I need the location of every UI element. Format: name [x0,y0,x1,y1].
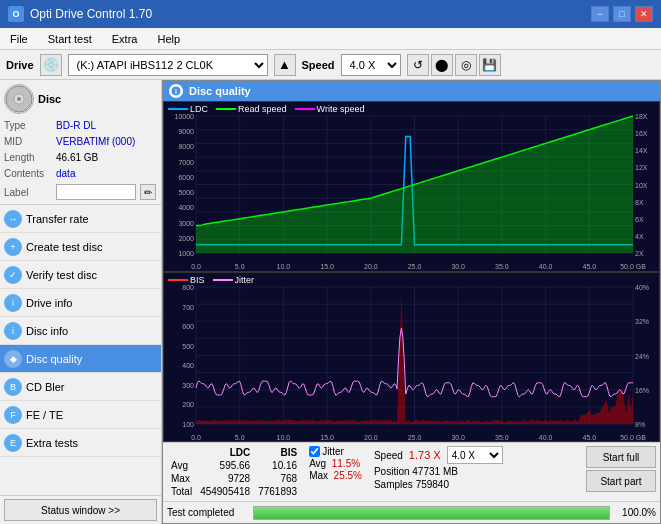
position-label: Position [374,466,410,477]
bis-legend: BIS [168,275,205,285]
status-bar: Status window >> [0,495,161,524]
read-speed-legend: Read speed [216,104,287,114]
jitter-label: Jitter [235,275,255,285]
bis-color [168,279,188,281]
sidebar-item-cd-bler[interactable]: B CD Bler [0,373,161,401]
total-label: Total [167,485,196,498]
speed-value: 1.73 X [409,449,441,461]
menu-file[interactable]: File [4,31,34,47]
close-button[interactable]: ✕ [635,6,653,22]
sidebar-item-drive-info[interactable]: i Drive info [0,289,161,317]
jitter-checkbox-row: Jitter [309,446,362,457]
length-value: 46.61 GB [56,150,98,166]
start-full-button[interactable]: Start full [586,446,656,468]
avg-label: Avg [167,459,196,472]
cd-bler-icon: B [4,378,22,396]
quality-header-icon: i [169,84,183,98]
upper-chart-legend: LDC Read speed Write speed [168,104,364,114]
sidebar: Disc Type BD-R DL MID VERBATIMf (000) Le… [0,80,162,524]
drive-arrow-icon[interactable]: ▲ [274,54,296,76]
svg-point-2 [17,97,21,101]
verify-test-icon: ✓ [4,266,22,284]
sidebar-item-label: Create test disc [26,241,102,253]
main-area: Disc Type BD-R DL MID VERBATIMf (000) Le… [0,80,661,524]
sidebar-item-extra-tests[interactable]: E Extra tests [0,429,161,457]
jitter-checkbox[interactable] [309,446,320,457]
sidebar-item-label: Drive info [26,297,72,309]
upper-chart-canvas [164,102,659,271]
read-speed-label: Read speed [238,104,287,114]
menu-bar: File Start test Extra Help [0,28,661,50]
label-input[interactable] [56,184,136,200]
quality-header: i Disc quality [163,81,660,101]
jitter-max-row: Max 25.5% [309,470,362,481]
bis-label: BIS [190,275,205,285]
jitter-avg: 11.5% [332,458,360,469]
stats-row-avg: Avg 595.66 10.16 [167,459,301,472]
speed-select2[interactable]: 4.0 X [447,446,503,464]
sidebar-item-disc-quality[interactable]: ◆ Disc quality [0,345,161,373]
stats-row-total: Total 454905418 7761893 [167,485,301,498]
jitter-max: 25.5% [334,470,362,481]
col-header-ldc: LDC [196,446,254,459]
write-speed-label: Write speed [317,104,365,114]
maximize-button[interactable]: □ [613,6,631,22]
save-button[interactable]: 💾 [479,54,501,76]
ldc-label: LDC [190,104,208,114]
contents-label: Contents [4,166,52,182]
sidebar-item-create-test-disc[interactable]: + Create test disc [0,233,161,261]
upper-chart: LDC Read speed Write speed [163,101,660,272]
drive-bar: Drive 💿 (K:) ATAPI iHBS112 2 CL0K ▲ Spee… [0,50,661,80]
status-window-button[interactable]: Status window >> [4,499,157,521]
speed-label: Speed [302,59,335,71]
erase-button[interactable]: ◎ [455,54,477,76]
total-bis: 7761893 [254,485,301,498]
read-speed-color [216,108,236,110]
app-title: Opti Drive Control 1.70 [30,7,152,21]
speed-label: Speed [374,450,403,461]
menu-start-test[interactable]: Start test [42,31,98,47]
start-part-button[interactable]: Start part [586,470,656,492]
drive-select[interactable]: (K:) ATAPI iHBS112 2 CL0K [68,54,268,76]
extra-tests-icon: E [4,434,22,452]
svg-text:i: i [175,88,177,95]
avg-bis: 10.16 [254,459,301,472]
lower-chart: BIS Jitter [163,272,660,443]
drive-eject-icon[interactable]: 💿 [40,54,62,76]
length-label: Length [4,150,52,166]
disc-info-icon: i [4,322,22,340]
samples-label: Samples [374,479,413,490]
record-button[interactable]: ⬤ [431,54,453,76]
write-speed-color [295,108,315,110]
refresh-button[interactable]: ↺ [407,54,429,76]
progress-area: Test completed 100.0% [163,501,660,523]
max-bis: 768 [254,472,301,485]
type-label: Type [4,118,52,134]
app-icon: O [8,6,24,22]
write-speed-legend: Write speed [295,104,365,114]
ldc-legend: LDC [168,104,208,114]
sidebar-item-verify-test-disc[interactable]: ✓ Verify test disc [0,261,161,289]
speed-select[interactable]: 4.0 X [341,54,401,76]
menu-extra[interactable]: Extra [106,31,144,47]
transfer-rate-icon: ↔ [4,210,22,228]
menu-help[interactable]: Help [151,31,186,47]
type-value: BD-R DL [56,118,96,134]
stats-row-max: Max 9728 768 [167,472,301,485]
jitter-avg-row: Avg 11.5% [309,458,362,469]
speed-row: Speed 1.73 X 4.0 X [374,446,503,464]
samples-value: 759840 [416,479,449,490]
minimize-button[interactable]: − [591,6,609,22]
sidebar-item-fe-te[interactable]: F FE / TE [0,401,161,429]
sidebar-item-transfer-rate[interactable]: ↔ Transfer rate [0,205,161,233]
max-ldc: 9728 [196,472,254,485]
col-header-bis: BIS [254,446,301,459]
label-edit-button[interactable]: ✏ [140,184,156,200]
sidebar-item-disc-info[interactable]: i Disc info [0,317,161,345]
mid-label: MID [4,134,52,150]
lower-chart-canvas [164,273,659,442]
disc-icon [4,84,34,114]
max-label: Max [167,472,196,485]
content-wrapper: i Disc quality LDC Read speed [162,80,661,524]
jitter-label-text: Jitter [322,446,344,457]
